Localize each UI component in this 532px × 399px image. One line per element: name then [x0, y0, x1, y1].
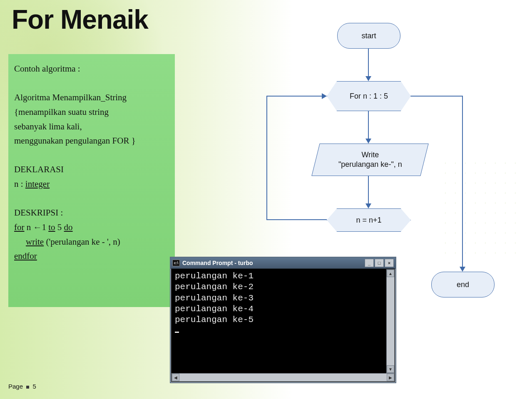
- page-footer: Page 5: [8, 383, 36, 390]
- arrow-loop-back: [322, 93, 327, 99]
- algo-desc2: sebanyak lima kali,: [14, 119, 169, 134]
- n-decl-prefix: n :: [14, 179, 25, 189]
- deskripsi-label: DESKRIPSI :: [14, 206, 169, 220]
- edge-write-inc: [368, 176, 369, 205]
- out-line-4: perulangan ke-4: [175, 304, 254, 314]
- for-range-a: n ←1: [25, 222, 49, 232]
- console-output: perulangan ke-1 perulangan ke-2 perulang…: [172, 270, 386, 373]
- vertical-scrollbar[interactable]: ▲ ▼: [386, 269, 395, 373]
- scroll-down-button[interactable]: ▼: [387, 365, 394, 373]
- edge-loop-left: [266, 96, 267, 220]
- out-line-3: perulangan ke-3: [175, 293, 254, 303]
- kw-endfor: endfor: [14, 249, 169, 263]
- scroll-right-button[interactable]: ▶: [387, 374, 394, 381]
- n-declaration: n : integer: [14, 177, 169, 191]
- footer-page-label: Page: [8, 383, 23, 390]
- kw-for: for: [14, 222, 25, 232]
- edge-start-for: [368, 49, 369, 78]
- flow-write: Write "perulangan ke-", n: [311, 144, 428, 176]
- flow-start-label: start: [361, 32, 376, 40]
- algorithm-box: Contoh algoritma : Algoritma Menampilkan…: [8, 54, 175, 307]
- out-line-5: perulangan ke-5: [175, 315, 254, 325]
- flow-inc: n = n+1: [327, 208, 411, 232]
- edge-loop-bottom: [266, 219, 327, 220]
- footer-page-number: 5: [32, 383, 36, 390]
- scroll-up-button[interactable]: ▲: [387, 270, 394, 277]
- flow-write-label2: "perulangan ke-", n: [338, 160, 402, 169]
- edge-exit-down: [462, 96, 463, 268]
- flow-end: end: [431, 272, 495, 297]
- edge-loop-top: [266, 96, 322, 97]
- kw-do: do: [64, 222, 73, 232]
- footer-bullet-icon: [26, 386, 29, 389]
- flow-end-label: end: [457, 280, 469, 289]
- write-args: ('perulangan ke - ', n): [44, 237, 120, 247]
- flow-start: start: [337, 23, 400, 49]
- algo-desc1: {menampilkan suatu string: [14, 105, 169, 119]
- maximize-button[interactable]: □: [375, 259, 384, 267]
- window-title: Command Prompt - turbo: [182, 260, 253, 266]
- close-button[interactable]: ×: [385, 259, 394, 267]
- flow-write-label1: Write: [361, 151, 379, 159]
- cmd-icon: c:\: [172, 260, 180, 266]
- algo-name: Algoritma Menampilkan_String: [14, 90, 169, 105]
- flow-for-label: For n : 1 : 5: [350, 92, 388, 101]
- flow-inc-label: n = n+1: [356, 216, 381, 225]
- kw-write: write: [26, 237, 44, 247]
- minimize-button[interactable]: _: [365, 259, 374, 267]
- command-prompt-window: c:\ Command Prompt - turbo _ □ × perulan…: [170, 257, 396, 383]
- for-range-b: 5: [55, 222, 64, 232]
- kw-to: to: [48, 222, 55, 232]
- flow-for: For n : 1 : 5: [327, 81, 411, 111]
- arrow-write-inc: [365, 203, 371, 208]
- algo-desc3: menggunakan pengulangan FOR }: [14, 134, 169, 148]
- scroll-left-button[interactable]: ◀: [172, 374, 179, 381]
- deklarasi-label: DEKLARASI: [14, 162, 169, 177]
- window-titlebar[interactable]: c:\ Command Prompt - turbo _ □ ×: [171, 258, 395, 269]
- n-decl-type: integer: [25, 179, 50, 189]
- algo-heading: Contoh algoritma :: [14, 62, 169, 76]
- out-line-2: perulangan ke-2: [175, 282, 254, 292]
- page-title: For Menaik: [12, 4, 148, 35]
- horizontal-scrollbar[interactable]: ◀ ▶: [172, 373, 395, 382]
- edge-exit-right: [411, 96, 463, 97]
- for-line: for n ←1 to 5 do: [14, 220, 169, 235]
- arrow-for-write: [365, 139, 371, 144]
- arrow-exit-end: [460, 267, 465, 272]
- out-line-1: perulangan ke-1: [175, 271, 254, 281]
- edge-for-write: [368, 111, 369, 140]
- cursor: [175, 332, 179, 333]
- write-line: write ('perulangan ke - ', n): [14, 235, 169, 249]
- arrow-start-for: [365, 76, 371, 81]
